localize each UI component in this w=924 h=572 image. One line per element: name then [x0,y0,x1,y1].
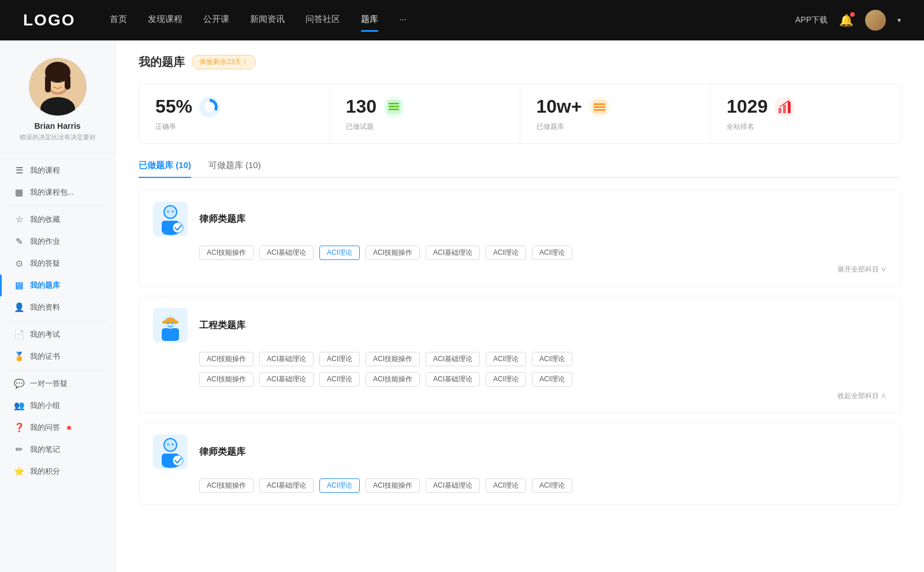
one-on-one-icon: 💬 [14,378,24,389]
tab-available-banks[interactable]: 可做题库 (10) [208,160,261,177]
sidebar-item-group[interactable]: 👥 我的小组 [0,395,115,417]
qbank-tag[interactable]: ACI基础理论 [259,372,314,387]
qbank-tag[interactable]: ACI理论 [486,352,526,366]
sidebar-item-notes[interactable]: ✏ 我的笔记 [0,439,115,460]
stat-accuracy-value: 55% [155,96,192,117]
svg-rect-13 [389,106,399,107]
user-dropdown-arrow[interactable]: ▾ [897,16,901,24]
qbank-tag[interactable]: ACI基础理论 [426,246,480,260]
stat-accuracy-label: 正确率 [155,122,313,132]
course-package-icon: ▦ [14,187,24,198]
qbank-tag[interactable]: ACI基础理论 [426,352,480,366]
questions-done-icon [383,96,404,117]
qbank-tag[interactable]: ACI技能操作 [199,372,254,387]
svg-rect-30 [162,321,178,324]
svg-rect-5 [65,75,70,90]
qbank-tag[interactable]: ACI技能操作 [199,246,254,260]
svg-rect-20 [783,105,786,113]
nav-home[interactable]: 首页 [110,14,127,27]
expand-lawyer-1[interactable]: 展开全部科目 ∨ [153,260,886,274]
qbank-tag[interactable]: ACI理论 [532,246,572,260]
tab-done-banks[interactable]: 已做题库 (10) [139,160,191,177]
nav-more[interactable]: ··· [399,14,407,27]
notification-bell[interactable]: 🔔 [839,13,854,27]
qbank-header: 律师类题库 [153,434,886,469]
sidebar-item-profile[interactable]: 👤 我的资料 [0,296,115,318]
svg-point-25 [167,210,169,212]
logo[interactable]: LOGO [23,11,75,29]
qbank-tag[interactable]: ACI技能操作 [366,478,420,493]
qbank-tag[interactable]: ACI理论 [486,372,526,387]
qbank-tag[interactable]: ACI技能操作 [199,478,254,493]
sidebar-item-courses[interactable]: ☰ 我的课程 [0,159,115,181]
stats-row: 55% 正确率 130 [139,84,901,144]
qbank-tag[interactable]: ACI基础理论 [426,372,480,387]
questions-icon: ⊙ [14,258,24,269]
qbank-tag[interactable]: ACI理论 [319,372,360,387]
ranking-chart [777,99,793,115]
qbank-tag[interactable]: ACI技能操作 [366,246,420,260]
qbank-tag[interactable]: ACI理论 [486,246,526,260]
user-avatar[interactable] [865,10,886,31]
qbank-name-lawyer-2: 律师类题库 [199,446,245,458]
nav-open-course[interactable]: 公开课 [203,14,229,27]
nav-news[interactable]: 新闻资讯 [250,14,285,27]
qbank-tag[interactable]: ACI理论 [532,478,572,493]
qbank-tag[interactable]: ACI技能操作 [199,352,254,366]
sidebar-item-label: 我的问答 [30,422,60,433]
sidebar-divider-1 [9,206,106,206]
svg-rect-21 [788,102,791,113]
nav-qa[interactable]: 问答社区 [305,14,340,27]
qbank-tag[interactable]: ACI技能操作 [366,372,420,387]
sidebar-item-questions[interactable]: ⊙ 我的答疑 [0,252,115,274]
sidebar-item-certificate[interactable]: 🏅 我的证书 [0,346,115,367]
nav-discover[interactable]: 发现课程 [148,14,182,27]
qbank-tag-active[interactable]: ACI理论 [319,246,360,260]
main-content: 我的题库 体验剩余23天！ 55% 正确率 [116,40,924,572]
qbank-engineer-icon [153,308,188,343]
qbank-tag[interactable]: ACI理论 [532,372,572,387]
stat-ranking-label: 全站排名 [726,122,884,132]
sidebar-motto: 错误的决定比没有决定要好 [20,133,96,142]
svg-point-31 [167,322,169,324]
nav-question-bank[interactable]: 题库 [361,14,378,27]
sidebar-item-points[interactable]: ⭐ 我的积分 [0,460,115,482]
stat-questions-label: 已做试题 [346,122,504,132]
qbank-tags-engineer-row2: ACI技能操作 ACI基础理论 ACI理论 ACI技能操作 ACI基础理论 AC… [153,372,886,387]
qbank-tag[interactable]: ACI基础理论 [259,478,314,493]
svg-point-7 [53,80,55,82]
sidebar-item-label: 我的题库 [30,280,60,291]
svg-point-36 [167,443,169,445]
qbank-tag[interactable]: ACI基础理论 [426,478,480,493]
sidebar-menu: ☰ 我的课程 ▦ 我的课程包... ☆ 我的收藏 ✎ 我的作业 ⊙ 我的答疑 ▤ [0,154,115,488]
sidebar-item-label: 我的课程包... [30,187,74,198]
notification-dot [850,12,855,17]
app-download-link[interactable]: APP下载 [795,15,828,25]
qbank-name-engineer: 工程类题库 [199,320,245,332]
qbank-tag[interactable]: ACI理论 [486,478,526,493]
sidebar-item-one-on-one[interactable]: 💬 一对一答疑 [0,373,115,395]
sidebar-item-homework[interactable]: ✎ 我的作业 [0,231,115,252]
sidebar-item-course-package[interactable]: ▦ 我的课程包... [0,181,115,203]
sidebar-item-my-qa[interactable]: ❓ 我的问答 [0,417,115,439]
collapse-engineer[interactable]: 收起全部科目 ∧ [153,387,886,401]
qbank-tag[interactable]: ACI基础理论 [259,246,314,260]
qbank-tags-lawyer-1: ACI技能操作 ACI基础理论 ACI理论 ACI技能操作 ACI基础理论 AC… [153,246,886,260]
sidebar-item-label: 我的资料 [30,302,60,313]
sidebar-item-favorites[interactable]: ☆ 我的收藏 [0,209,115,231]
svg-point-37 [172,443,174,445]
qbank-header: 律师类题库 [153,202,886,236]
qbank-tag-active[interactable]: ACI理论 [319,478,360,493]
stat-questions-value: 130 [346,96,377,117]
sidebar-item-exam[interactable]: 📄 我的考试 [0,324,115,346]
engineer-svg [156,310,185,341]
qbank-tag[interactable]: ACI技能操作 [366,352,420,366]
qbank-lawyer-icon-2 [153,434,188,469]
homework-icon: ✎ [14,236,24,247]
qbank-tag[interactable]: ACI理论 [319,352,360,366]
qbank-tags-engineer-row1: ACI技能操作 ACI基础理论 ACI理论 ACI技能操作 ACI基础理论 AC… [153,352,886,366]
sidebar-item-question-bank[interactable]: ▤ 我的题库 [0,274,115,296]
qbank-tag[interactable]: ACI基础理论 [259,352,314,366]
qbank-tag[interactable]: ACI理论 [532,352,572,366]
banks-done-icon [589,96,610,117]
